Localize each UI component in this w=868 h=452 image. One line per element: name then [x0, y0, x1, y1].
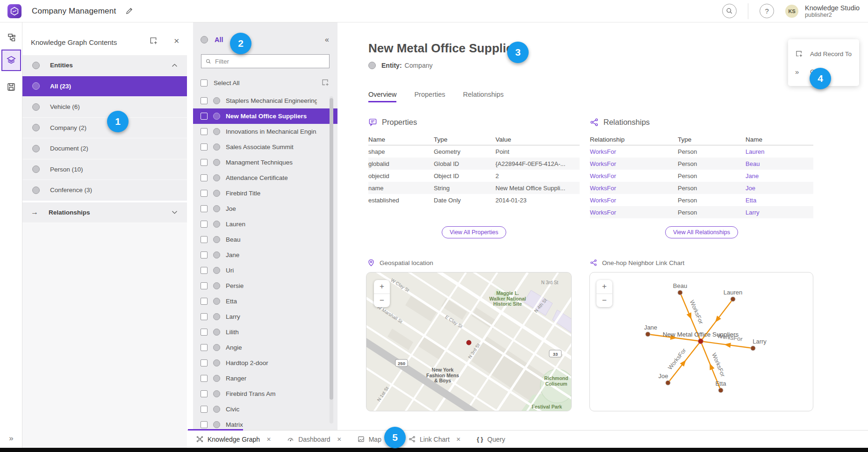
record-link[interactable]: Etta [746, 197, 813, 204]
record-list-item[interactable]: Attendance Certificate [193, 170, 337, 186]
relationships-group-header[interactable]: → Relationships [22, 202, 187, 223]
tab-query[interactable]: { } Query [472, 436, 510, 443]
record-list-item[interactable]: Lilith [193, 324, 337, 340]
record-list-item[interactable]: Matrix [193, 417, 337, 430]
app-logo-icon[interactable] [7, 4, 22, 18]
filter-input[interactable] [215, 58, 325, 65]
entity-filter-row[interactable]: Conference (3) [22, 180, 187, 201]
scrollbar-thumb[interactable] [330, 98, 333, 400]
edit-title-icon[interactable] [125, 7, 133, 15]
user-block[interactable]: Knowledge Studio publisher2 [805, 4, 860, 18]
scrollbar-track[interactable] [330, 96, 333, 423]
record-list-item[interactable]: Managment Techniques [193, 155, 337, 170]
tab-relationships[interactable]: Relationships [463, 91, 504, 102]
relationship-link[interactable]: WorksFor [590, 172, 678, 179]
select-all-checkbox[interactable] [201, 79, 208, 86]
record-checkbox[interactable] [201, 375, 208, 382]
geospatial-map[interactable]: W Clay StW Marshall StE Clay StN 3rd StN… [366, 272, 572, 411]
close-tab-icon[interactable]: ✕ [456, 436, 461, 443]
expand-rail-icon[interactable]: » [0, 434, 22, 443]
add-record-icon[interactable] [149, 36, 158, 47]
record-link[interactable]: Beau [746, 160, 813, 167]
record-list-item[interactable]: Ranger [193, 371, 337, 386]
record-checkbox[interactable] [201, 174, 208, 181]
search-button[interactable] [722, 4, 737, 18]
relationship-link[interactable]: WorksFor [590, 197, 678, 204]
record-checkbox[interactable] [201, 143, 208, 151]
record-checkbox[interactable] [201, 344, 208, 351]
record-link[interactable]: Lauren [746, 148, 813, 155]
entity-filter-row[interactable]: Vehicle (6) [22, 97, 187, 118]
record-list-item[interactable]: Angie [193, 340, 337, 355]
record-list-item[interactable]: Firebird Trans Am [193, 386, 337, 402]
relationship-link[interactable]: WorksFor [590, 209, 678, 216]
record-checkbox[interactable] [201, 97, 208, 104]
record-list-item[interactable]: Staplers Mechanical Engineering [193, 93, 337, 108]
menu-item-add-record-to[interactable]: Add Record To [788, 45, 859, 63]
record-list-item[interactable]: Larry [193, 309, 337, 324]
record-link[interactable]: Jane [746, 172, 813, 179]
avatar[interactable]: KS [785, 5, 798, 18]
record-list-item[interactable]: Innovations in Mechanical Engin... [193, 124, 337, 139]
record-checkbox[interactable] [201, 159, 208, 166]
record-list-item[interactable]: Jane [193, 247, 337, 263]
save-icon[interactable] [0, 78, 22, 96]
entities-group-header[interactable]: Entities [22, 55, 187, 76]
map-canvas[interactable]: W Clay StW Marshall StE Clay StN 3rd StN… [366, 273, 572, 411]
tab-link-chart[interactable]: Link Chart ✕ [404, 436, 466, 443]
zoom-in-button[interactable]: + [596, 280, 612, 294]
record-checkbox[interactable] [201, 267, 208, 274]
view-all-relationships-button[interactable]: View All Relationships [665, 226, 738, 238]
zoom-out-button[interactable]: − [374, 294, 390, 308]
record-list-item[interactable]: Civic [193, 402, 337, 417]
record-list-item[interactable]: Beau [193, 232, 337, 247]
record-link[interactable]: Larry [746, 209, 813, 216]
record-checkbox[interactable] [201, 221, 208, 228]
entity-filter-row[interactable]: Document (2) [22, 138, 187, 159]
data-model-icon[interactable] [0, 28, 22, 47]
close-panel-icon[interactable]: ✕ [173, 37, 179, 45]
entity-filter-row[interactable]: Company (2) [22, 118, 187, 139]
record-checkbox[interactable] [201, 421, 208, 428]
record-list-item[interactable]: Persie [193, 278, 337, 294]
add-record-icon[interactable] [321, 79, 330, 87]
tab-properties[interactable]: Properties [414, 91, 445, 102]
record-list-item[interactable]: Uri [193, 263, 337, 278]
close-tab-icon[interactable]: ✕ [337, 436, 342, 443]
record-checkbox[interactable] [201, 359, 208, 366]
record-checkbox[interactable] [201, 406, 208, 413]
zoom-in-button[interactable]: + [374, 280, 390, 294]
record-link[interactable]: Joe [746, 185, 813, 192]
view-all-properties-button[interactable]: View All Properties [442, 226, 506, 238]
record-checkbox[interactable] [201, 298, 208, 305]
record-checkbox[interactable] [201, 113, 208, 120]
record-checkbox[interactable] [201, 190, 208, 197]
relationship-link[interactable]: WorksFor [590, 185, 678, 192]
entity-filter-row[interactable]: Person (10) [22, 159, 187, 180]
zoom-out-button[interactable]: − [596, 294, 612, 308]
one-hop-link-chart[interactable]: WorksForWorksForWorksForWorksForBeauLaur… [589, 272, 813, 411]
record-checkbox[interactable] [201, 205, 208, 212]
record-list-item[interactable]: Etta [193, 294, 337, 309]
link-chart-canvas[interactable]: WorksForWorksForWorksForWorksForBeauLaur… [590, 273, 813, 411]
record-checkbox[interactable] [201, 282, 208, 289]
record-checkbox[interactable] [201, 128, 208, 135]
record-list-item[interactable]: New Metal Office Suppliers [193, 108, 337, 124]
record-list-item[interactable]: Firebird Title [193, 186, 337, 201]
record-list-item[interactable]: Sales Associate Summit [193, 139, 337, 155]
entity-filter-row[interactable]: All (23) [22, 76, 187, 97]
record-checkbox[interactable] [201, 236, 208, 243]
record-list-item[interactable]: Hardtop 2-door [193, 355, 337, 371]
relationship-link[interactable]: WorksFor [590, 148, 678, 155]
record-checkbox[interactable] [201, 313, 208, 320]
record-checkbox[interactable] [201, 329, 208, 336]
tab-knowledge-graph[interactable]: Knowledge Graph ✕ [192, 436, 276, 443]
relationship-link[interactable]: WorksFor [590, 160, 678, 167]
help-button[interactable]: ? [760, 4, 774, 18]
record-list-item[interactable]: Joe [193, 201, 337, 216]
collapse-panel-icon[interactable]: « [325, 36, 329, 44]
record-list-item[interactable]: Lauren [193, 216, 337, 232]
record-checkbox[interactable] [201, 390, 208, 397]
tab-overview[interactable]: Overview [368, 91, 396, 102]
layers-icon[interactable] [1, 50, 21, 71]
